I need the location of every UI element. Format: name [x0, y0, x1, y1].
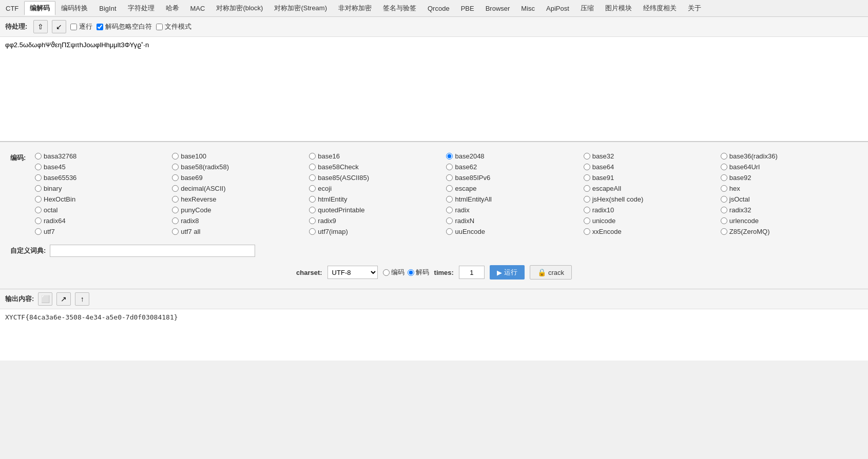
- nav-tab-char-process[interactable]: 字符处理: [122, 1, 160, 15]
- encoding-option-uuEncode[interactable]: uuEncode: [446, 228, 583, 235]
- encoding-option-htmlEntity[interactable]: htmlEntity: [309, 195, 446, 203]
- encoding-option-binary[interactable]: binary: [35, 185, 172, 192]
- encoding-option-utf7[interactable]: utf7: [35, 228, 172, 235]
- encoding-radio-Z85ZeroMQ[interactable]: [721, 228, 727, 235]
- encoding-radio-ecoji[interactable]: [309, 185, 316, 192]
- encoding-radio-escape[interactable]: [446, 185, 453, 192]
- encoding-option-base58radix58[interactable]: base58(radix58): [172, 163, 309, 171]
- encoding-radio-punyCode[interactable]: [172, 207, 179, 213]
- encoding-option-base91[interactable]: base91: [584, 174, 721, 182]
- encoding-radio-jsHex[interactable]: [584, 196, 590, 203]
- encode-radio[interactable]: [383, 269, 390, 276]
- charset-select[interactable]: UTF-8GBKGB2312ISO-8859-1UTF-16: [327, 266, 378, 279]
- encoding-option-base85ASCII85[interactable]: base85(ASCII85): [309, 174, 446, 182]
- encoding-radio-radix9[interactable]: [309, 217, 316, 224]
- encoding-radio-base58radix58[interactable]: [172, 164, 179, 170]
- nav-tab-bigint[interactable]: BigInt: [93, 2, 122, 15]
- encoding-radio-base91[interactable]: [584, 174, 590, 181]
- encoding-option-octal[interactable]: octal: [35, 206, 172, 214]
- encoding-radio-base85IPv6[interactable]: [446, 174, 453, 181]
- encoding-option-jsOctal[interactable]: jsOctal: [721, 195, 858, 203]
- encoding-radio-base58Check[interactable]: [309, 164, 316, 170]
- encoding-option-radixN[interactable]: radixN: [446, 217, 583, 225]
- nav-tab-sign[interactable]: 签名与验签: [377, 1, 422, 15]
- nav-tab-mac[interactable]: MAC: [185, 2, 211, 15]
- encoding-option-radix64[interactable]: radix64: [35, 217, 172, 225]
- file-mode-checkbox[interactable]: [156, 24, 163, 30]
- encoding-option-unicode[interactable]: unicode: [584, 217, 721, 225]
- encoding-radio-basa32768[interactable]: [35, 153, 42, 159]
- encoding-option-base36[interactable]: base36(radix36): [721, 152, 858, 160]
- encoding-radio-xxEncode[interactable]: [584, 228, 590, 235]
- encoding-radio-utf7imap[interactable]: [309, 228, 316, 235]
- encoding-radio-hexReverse[interactable]: [172, 196, 179, 203]
- encoding-option-punyCode[interactable]: punyCode: [172, 206, 309, 214]
- paste-button[interactable]: ⇧: [33, 20, 48, 33]
- run-button[interactable]: ▶ 运行: [490, 265, 525, 280]
- encode-radio-label[interactable]: 编码: [383, 268, 404, 277]
- nav-tab-compress[interactable]: 压缩: [575, 1, 600, 15]
- encoding-option-quotedPrintable[interactable]: quotedPrintable: [309, 206, 446, 214]
- encoding-option-radix10[interactable]: radix10: [584, 206, 721, 214]
- decode-radio-label[interactable]: 解码: [408, 268, 429, 277]
- encoding-option-Z85ZeroMQ[interactable]: Z85(ZeroMQ): [721, 228, 858, 235]
- encoding-radio-base45[interactable]: [35, 164, 42, 170]
- encoding-option-urlencode[interactable]: urlencode: [721, 217, 858, 225]
- nav-tab-sym-stream[interactable]: 对称加密(Stream): [268, 1, 333, 15]
- encoding-radio-utf7all[interactable]: [172, 228, 179, 235]
- upload-output-button[interactable]: ↑: [75, 292, 89, 306]
- encoding-radio-base64Url[interactable]: [721, 164, 727, 170]
- encoding-radio-base62[interactable]: [446, 164, 453, 170]
- encoding-radio-utf7[interactable]: [35, 228, 42, 235]
- encoding-radio-uuEncode[interactable]: [446, 228, 453, 235]
- nav-tab-browser[interactable]: Browser: [480, 2, 516, 15]
- encoding-option-xxEncode[interactable]: xxEncode: [584, 228, 721, 235]
- encoding-radio-base2048[interactable]: [446, 153, 453, 159]
- encoding-option-base65536[interactable]: base65536: [35, 174, 172, 182]
- ignore-space-checkbox[interactable]: [97, 24, 103, 30]
- encoding-radio-radix32[interactable]: [721, 207, 727, 213]
- encoding-radio-base16[interactable]: [309, 153, 316, 159]
- encoding-radio-urlencode[interactable]: [721, 217, 727, 224]
- encoding-radio-htmlEntity[interactable]: [309, 196, 316, 203]
- encoding-option-base45[interactable]: base45: [35, 163, 172, 171]
- encoding-radio-radix[interactable]: [446, 207, 453, 213]
- nav-tab-about[interactable]: 关于: [682, 1, 707, 15]
- nav-tab-misc[interactable]: Misc: [515, 2, 541, 15]
- encoding-option-escapeAll[interactable]: escapeAll: [584, 185, 721, 192]
- decode-radio[interactable]: [408, 269, 414, 276]
- nav-tab-sym-block[interactable]: 对称加密(block): [210, 1, 268, 15]
- import-button[interactable]: ↙: [52, 20, 66, 33]
- input-textarea[interactable]: [0, 37, 868, 139]
- encoding-radio-radix10[interactable]: [584, 207, 590, 213]
- encoding-radio-base32[interactable]: [584, 153, 590, 159]
- encoding-radio-jsOctal[interactable]: [721, 196, 727, 203]
- file-mode-label[interactable]: 文件模式: [165, 22, 191, 31]
- crack-button[interactable]: 🔒 crack: [530, 265, 572, 280]
- encoding-option-base16[interactable]: base16: [309, 152, 446, 160]
- encoding-option-base64Url[interactable]: base64Url: [721, 163, 858, 171]
- step-checkbox[interactable]: [70, 24, 77, 30]
- nav-tab-apipost[interactable]: ApiPost: [541, 2, 575, 15]
- encoding-option-base85IPv6[interactable]: base85IPv6: [446, 174, 583, 182]
- nav-tab-hash[interactable]: 哈希: [160, 1, 185, 15]
- encoding-radio-decimalASCII[interactable]: [172, 185, 179, 192]
- encoding-option-base58Check[interactable]: base58Check: [309, 163, 446, 171]
- encoding-radio-unicode[interactable]: [584, 217, 590, 224]
- encoding-radio-binary[interactable]: [35, 185, 42, 192]
- encoding-radio-radixN[interactable]: [446, 217, 453, 224]
- nav-tab-pbe[interactable]: PBE: [455, 2, 480, 15]
- encoding-option-radix[interactable]: radix: [446, 206, 583, 214]
- encoding-radio-hex[interactable]: [721, 185, 727, 192]
- step-label[interactable]: 逐行: [79, 22, 92, 31]
- encoding-option-jsHex[interactable]: jsHex(shell code): [584, 195, 721, 203]
- encoding-option-utf7imap[interactable]: utf7(imap): [309, 228, 446, 235]
- encoding-option-basa32768[interactable]: basa32768: [35, 152, 172, 160]
- dict-input[interactable]: [50, 245, 255, 257]
- encoding-option-hexReverse[interactable]: hexReverse: [172, 195, 309, 203]
- encoding-option-base69[interactable]: base69: [172, 174, 309, 182]
- encoding-option-escape[interactable]: escape: [446, 185, 583, 192]
- encoding-radio-radix64[interactable]: [35, 217, 42, 224]
- encoding-option-hex[interactable]: hex: [721, 185, 858, 192]
- encoding-option-radix32[interactable]: radix32: [721, 206, 858, 214]
